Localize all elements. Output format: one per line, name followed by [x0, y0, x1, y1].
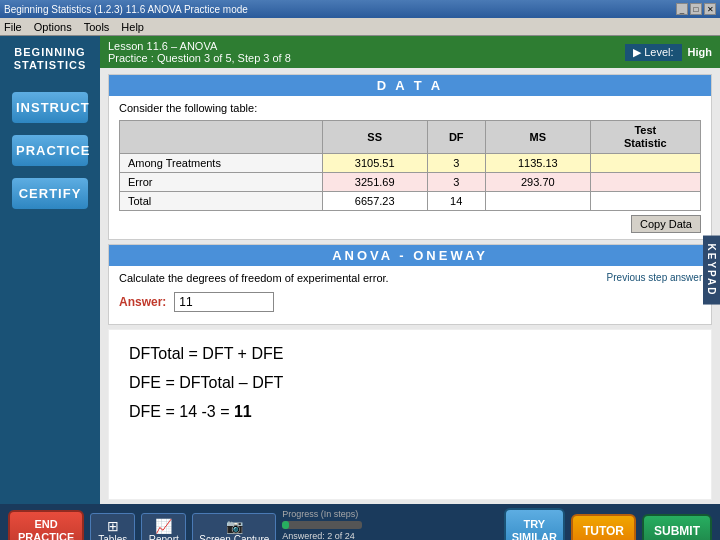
menu-bar: File Options Tools Help	[0, 18, 720, 36]
solution-line3: DFE = 14 -3 = 11	[129, 398, 691, 427]
logo-text: BEGINNING STATISTICS	[14, 46, 87, 72]
row-error-ss: 3251.69	[322, 173, 427, 192]
camera-icon: 📷	[199, 518, 269, 534]
solution-area: DFTotal = DFT + DFE DFE = DFTotal – DFT …	[108, 329, 712, 500]
answer-input[interactable]	[174, 292, 274, 312]
tutor-button[interactable]: TUTOR	[571, 514, 636, 540]
data-content: Consider the following table: SS DF MS T…	[109, 96, 711, 239]
content-area: Lesson 11.6 – ANOVA Practice : Question …	[100, 36, 720, 504]
title-bar-buttons[interactable]: _ □ ✕	[676, 3, 716, 15]
prev-step-answer: Previous step answer:	[607, 272, 705, 283]
row-error-df: 3	[427, 173, 485, 192]
practice-button[interactable]: PRACTICE	[10, 133, 90, 168]
row-treatments-ss: 3105.51	[322, 154, 427, 173]
progress-label: Progress (In steps)	[282, 509, 497, 519]
menu-help[interactable]: Help	[121, 21, 144, 33]
row-total-ms	[485, 192, 590, 211]
progress-bar	[282, 521, 362, 529]
table-row: Error 3251.69 3 293.70	[120, 173, 701, 192]
col-header-ms: MS	[485, 121, 590, 154]
table-row: Total 6657.23 14	[120, 192, 701, 211]
instruct-button[interactable]: INSTRUCT	[10, 90, 90, 125]
table-row: Among Treatments 3105.51 3 1135.13	[120, 154, 701, 173]
solution-line2: DFE = DFTotal – DFT	[129, 369, 691, 398]
anova-header: ANOVA - ONEWAY	[109, 245, 711, 266]
breadcrumb: Lesson 11.6 – ANOVA Practice : Question …	[108, 40, 291, 64]
title-bar-text: Beginning Statistics (1.2.3) 11.6 ANOVA …	[4, 4, 248, 15]
screen-capture-button[interactable]: 📷 Screen Capture	[192, 513, 276, 541]
maximize-button[interactable]: □	[690, 3, 702, 15]
close-button[interactable]: ✕	[704, 3, 716, 15]
sidebar: BEGINNING STATISTICS INSTRUCT PRACTICE C…	[0, 36, 100, 504]
row-total-test	[590, 192, 700, 211]
row-treatments-test	[590, 154, 700, 173]
col-header-test: TestStatistic	[590, 121, 700, 154]
row-error-label: Error	[120, 173, 323, 192]
progress-bar-fill	[282, 521, 288, 529]
bottom-toolbar: END PRACTICE ⊞ Tables 📈 Report 📷 Screen …	[0, 504, 720, 540]
tables-button[interactable]: ⊞ Tables	[90, 513, 135, 541]
progress-area: Progress (In steps) Answered: 2 of 24 Co…	[282, 509, 497, 540]
lesson-label: Lesson 11.6 – ANOVA	[108, 40, 291, 52]
row-treatments-ms: 1135.13	[485, 154, 590, 173]
keypad-tab[interactable]: KEYPAD	[703, 236, 720, 305]
data-description: Consider the following table:	[119, 102, 701, 114]
practice-label: Practice : Question 3 of 5, Step 3 of 8	[108, 52, 291, 64]
progress-answered: Answered: 2 of 24	[282, 531, 497, 540]
data-table: SS DF MS TestStatistic Among Treatments …	[119, 120, 701, 211]
row-treatments-label: Among Treatments	[120, 154, 323, 173]
content-header: Lesson 11.6 – ANOVA Practice : Question …	[100, 36, 720, 68]
report-icon: 📈	[148, 518, 179, 534]
anova-content: Previous step answer: Calculate the degr…	[109, 266, 711, 324]
row-error-ms: 293.70	[485, 173, 590, 192]
menu-file[interactable]: File	[4, 21, 22, 33]
answer-row: Answer:	[119, 292, 701, 312]
tables-icon: ⊞	[97, 518, 128, 534]
main-container: BEGINNING STATISTICS INSTRUCT PRACTICE C…	[0, 36, 720, 504]
certify-button[interactable]: CERTIFY	[10, 176, 90, 211]
data-section: D A T A Consider the following table: SS…	[108, 74, 712, 240]
row-treatments-df: 3	[427, 154, 485, 173]
col-header-label	[120, 121, 323, 154]
try-similar-button[interactable]: TRY SIMILAR	[504, 508, 565, 540]
copy-data-button[interactable]: Copy Data	[631, 215, 701, 233]
row-total-ss: 6657.23	[322, 192, 427, 211]
report-button[interactable]: 📈 Report	[141, 513, 186, 541]
logo-area: BEGINNING STATISTICS	[14, 46, 87, 72]
menu-options[interactable]: Options	[34, 21, 72, 33]
level-value: High	[688, 46, 712, 58]
submit-button[interactable]: SUBMIT	[642, 514, 712, 540]
menu-tools[interactable]: Tools	[84, 21, 110, 33]
minimize-button[interactable]: _	[676, 3, 688, 15]
row-total-df: 14	[427, 192, 485, 211]
level-button[interactable]: ▶ Level:	[625, 44, 681, 61]
solution-text: DFTotal = DFT + DFE DFE = DFTotal – DFT …	[129, 340, 691, 426]
title-bar: Beginning Statistics (1.2.3) 11.6 ANOVA …	[0, 0, 720, 18]
answer-label: Answer:	[119, 295, 166, 309]
col-header-df: DF	[427, 121, 485, 154]
row-total-label: Total	[120, 192, 323, 211]
row-error-test	[590, 173, 700, 192]
solution-line1: DFTotal = DFT + DFE	[129, 340, 691, 369]
data-header: D A T A	[109, 75, 711, 96]
end-practice-button[interactable]: END PRACTICE	[8, 510, 84, 540]
level-area: ▶ Level: High	[625, 44, 712, 61]
anova-section: ANOVA - ONEWAY Previous step answer: Cal…	[108, 244, 712, 325]
col-header-ss: SS	[322, 121, 427, 154]
